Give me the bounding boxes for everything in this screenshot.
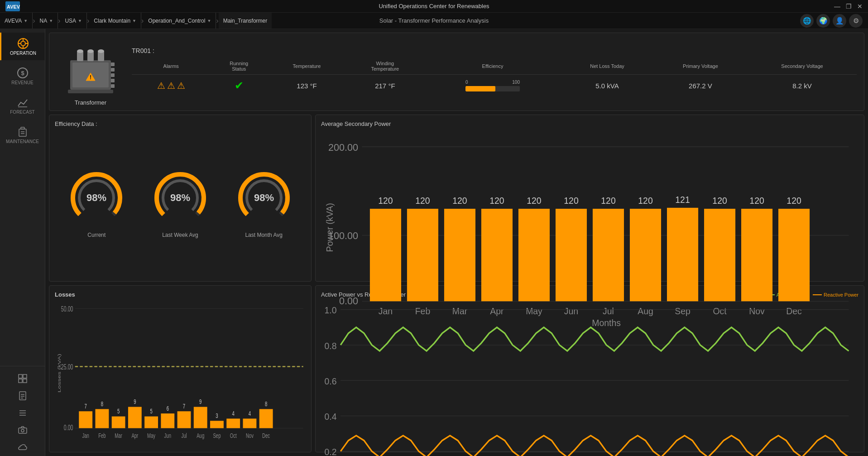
sidebar: OPERATION $ REVENUE FORECAST MAINTENANC	[0, 29, 45, 456]
operation-icon	[17, 37, 29, 50]
losses-chart: 50.00 25.00 0.00 Losses (kVA)	[55, 300, 306, 446]
col-temperature: Temperature	[268, 58, 346, 75]
svg-text:0.4: 0.4	[325, 412, 337, 422]
svg-text:50.00: 50.00	[61, 305, 73, 313]
cloud-icon	[18, 442, 28, 452]
avg-secondary-power-panel: Average Secondary Power 200.00 100.00 0.…	[315, 115, 864, 282]
chevron-down-icon: ▼	[24, 19, 28, 23]
svg-rect-71	[518, 209, 550, 301]
grid-icon	[18, 374, 28, 384]
svg-text:120: 120	[527, 196, 542, 206]
svg-text:Jan: Jan	[82, 432, 89, 440]
sidebar-item-operation[interactable]: OPERATION	[0, 33, 45, 60]
svg-text:120: 120	[786, 196, 801, 206]
minimize-button[interactable]: —	[834, 3, 840, 10]
sidebar-bottom-list[interactable]	[0, 404, 45, 422]
svg-rect-15	[19, 374, 22, 378]
revenue-icon: $	[16, 67, 29, 79]
clark-mountain-label: Clark Mountain	[94, 18, 130, 24]
maximize-button[interactable]: ❐	[846, 3, 852, 10]
breadcrumb-item-aveva[interactable]: AVEVA ▼	[0, 13, 33, 29]
sidebar-item-maintenance[interactable]: MAINTENANCE	[0, 121, 45, 149]
svg-text:Jul: Jul	[181, 432, 187, 440]
cell-primary-voltage: 267.2 V	[653, 75, 748, 97]
sidebar-item-revenue[interactable]: $ REVENUE	[0, 62, 45, 90]
svg-text:Aug: Aug	[197, 432, 204, 440]
svg-rect-83	[741, 209, 772, 301]
breadcrumb-item-operation[interactable]: Operation_And_Control ▼	[144, 13, 216, 29]
svg-text:5: 5	[117, 408, 120, 415]
sidebar-bottom-cloud[interactable]	[0, 439, 45, 456]
sidebar-bottom-grid[interactable]	[0, 370, 45, 387]
cell-efficiency: 0 100	[424, 75, 561, 97]
gauge-lastmonth-label: Last Month Avg	[245, 232, 283, 238]
cell-running-status: ✔	[210, 75, 268, 97]
aveva-logo-icon: AVEVA	[5, 1, 20, 11]
tr-title: TR001 :	[132, 47, 857, 54]
col-efficiency: Efficiency	[424, 58, 561, 75]
forecast-label: FORECAST	[10, 110, 34, 115]
sidebar-bottom-camera[interactable]	[0, 422, 45, 439]
svg-text:1.0: 1.0	[325, 305, 337, 315]
svg-text:25.00: 25.00	[61, 363, 73, 371]
sidebar-bottom-file[interactable]	[0, 387, 45, 404]
cell-temperature: 123 °F	[268, 75, 346, 97]
close-button[interactable]: ✕	[857, 3, 863, 10]
svg-text:4: 4	[249, 410, 251, 418]
svg-text:7: 7	[85, 403, 87, 410]
svg-point-27	[21, 429, 24, 432]
window-controls[interactable]: — ❐ ✕	[834, 3, 863, 10]
header-row: AVEVA ▼ › NA ▼ › USA ▼ › Clark Mountain …	[0, 13, 868, 29]
svg-text:120: 120	[489, 196, 504, 206]
aveva-logo: AVEVA	[5, 1, 20, 11]
list-icon	[18, 408, 28, 418]
breadcrumb-item-transformer[interactable]: Main_Transformer	[219, 13, 272, 29]
settings-icon[interactable]: ⚙	[849, 14, 863, 28]
svg-rect-79	[667, 208, 698, 301]
page-subtitle: Solar - Transformer Performance Analysis	[379, 17, 489, 24]
gauge-lastmonth: 98% Last Month Avg	[235, 168, 293, 238]
svg-text:98%: 98%	[86, 192, 106, 203]
breadcrumb-item-na[interactable]: NA ▼	[35, 13, 58, 29]
svg-text:8: 8	[265, 400, 267, 408]
svg-text:Dec: Dec	[262, 432, 270, 440]
alarm-triangle-1: ⚠	[157, 80, 165, 91]
svg-rect-120	[177, 411, 191, 428]
svg-text:Losses (kVA): Losses (kVA)	[57, 354, 62, 393]
losses-title: Losses	[55, 291, 306, 298]
svg-rect-116	[144, 417, 158, 428]
svg-point-40	[98, 49, 104, 53]
operation-label: OPERATION	[10, 51, 36, 56]
svg-text:Sep: Sep	[213, 432, 221, 440]
chevron-down-icon: ▼	[207, 19, 211, 23]
svg-rect-32	[111, 73, 115, 77]
chevron-down-icon: ▼	[132, 19, 136, 23]
col-primary-voltage: Primary Voltage	[653, 58, 748, 75]
svg-text:Jun: Jun	[164, 432, 172, 440]
svg-rect-130	[259, 409, 273, 428]
transformer-panel: ! Transformer TR001 : Alarms RunningStat…	[49, 33, 864, 111]
transformer-image-area: ! Transformer	[57, 38, 125, 106]
svg-text:120: 120	[601, 196, 616, 206]
gauge-lastweek-svg: 98%	[151, 168, 210, 227]
col-running: RunningStatus	[210, 58, 268, 75]
svg-text:6: 6	[167, 405, 169, 413]
breadcrumb-item-usa[interactable]: USA ▼	[60, 13, 87, 29]
cell-secondary-voltage: 8.2 kV	[748, 75, 857, 97]
user-icon[interactable]: 👤	[833, 14, 846, 28]
sidebar-item-forecast[interactable]: FORECAST	[0, 91, 45, 119]
globe-icon[interactable]: 🌐	[800, 14, 814, 28]
map-icon[interactable]: 🌍	[816, 14, 830, 28]
breadcrumb-item-clark-mountain[interactable]: Clark Mountain ▼	[89, 13, 141, 29]
svg-rect-65	[407, 209, 438, 301]
avg-power-chart: 200.00 100.00 0.00 Power (kVA) 120	[321, 129, 858, 326]
svg-point-39	[87, 49, 94, 53]
svg-text:120: 120	[378, 196, 393, 206]
svg-text:121: 121	[675, 195, 690, 205]
svg-rect-118	[161, 413, 174, 428]
svg-text:3: 3	[216, 412, 218, 420]
gauge-lastweek: 98% Last Week Avg	[151, 168, 210, 238]
avg-power-svg: 200.00 100.00 0.00 Power (kVA) 120	[321, 129, 858, 326]
svg-rect-75	[593, 209, 624, 301]
svg-text:120: 120	[638, 196, 653, 206]
